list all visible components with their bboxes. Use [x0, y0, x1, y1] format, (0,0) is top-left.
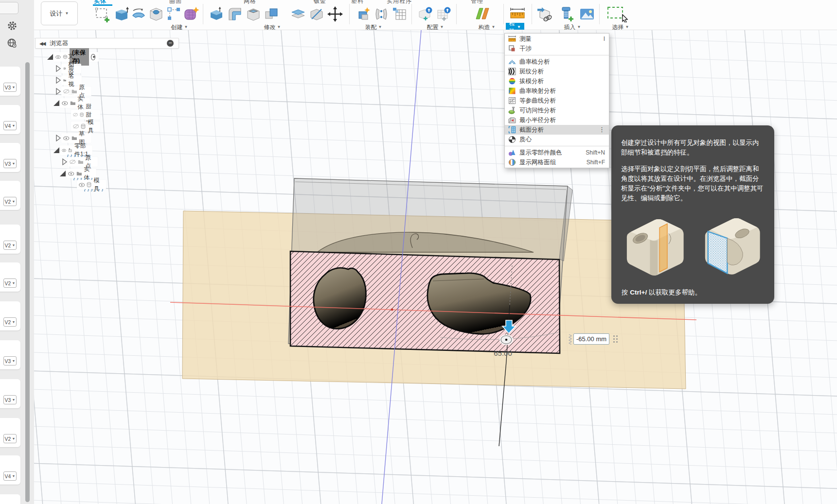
visibility-eye-icon[interactable] — [62, 148, 66, 153]
press-pull-icon[interactable] — [208, 6, 225, 22]
pattern-icon[interactable] — [166, 6, 182, 22]
version-card[interactable]: V4▼ — [0, 105, 20, 134]
overflow-dots-icon[interactable]: ⋮ — [599, 127, 605, 132]
version-card[interactable]: V3▼ — [0, 143, 20, 172]
select-group-label[interactable]: 选择▼ — [608, 23, 633, 30]
insert-canvas-icon[interactable] — [579, 6, 595, 22]
shell-icon[interactable] — [245, 6, 262, 22]
design-workspace-button[interactable]: 设计▼ — [41, 1, 78, 25]
vertical-scrollbar[interactable] — [25, 62, 30, 502]
browser-header[interactable]: ◀◀ 浏览器 − — [35, 38, 179, 49]
tree-row-named-views[interactable]: 命名视图 — [54, 75, 82, 85]
menu-item-draft[interactable]: 拔模分析 — [505, 76, 609, 86]
menu-item-minimum-radius[interactable]: 最小半径分析 — [505, 115, 609, 125]
menu-item-mesh-face-groups[interactable]: 显示网格面组 Shift+F — [505, 157, 609, 167]
menu-item-curvature-map[interactable]: 曲率映射分析 — [505, 86, 609, 96]
menu-item-accessibility[interactable]: 可访问性分析 — [505, 105, 609, 115]
hidden-eye-icon[interactable] — [70, 159, 76, 165]
menu-item-interference[interactable]: 干涉 — [505, 44, 609, 53]
version-badge[interactable]: V2▼ — [3, 317, 17, 327]
tree-row-mold-2[interactable]: 模具 — [77, 180, 106, 190]
collapsed-triangle-icon[interactable] — [54, 65, 61, 72]
tree-row-bodies[interactable]: 实体 — [53, 98, 90, 108]
create-sketch-icon[interactable] — [94, 6, 111, 22]
version-card[interactable]: V2▼ — [0, 262, 20, 292]
fillet-icon[interactable] — [227, 6, 243, 22]
construct-group-label[interactable]: 构造▼ — [474, 23, 499, 30]
hole-icon[interactable] — [148, 6, 164, 22]
menu-item-isocurve[interactable]: 等参曲线分析 — [505, 96, 609, 105]
menu-item-component-colors[interactable]: 显示零部件颜色 Shift+N — [505, 148, 609, 157]
combine-icon[interactable] — [264, 6, 280, 22]
extrude-icon[interactable] — [113, 6, 130, 22]
menu-item-zebra[interactable]: 斑纹分析 — [505, 67, 609, 76]
section-distance-input[interactable]: -65.00 mm — [573, 333, 609, 345]
configure-group-label[interactable]: 配置▼ — [423, 23, 448, 30]
create-group-label[interactable]: 创建▼ — [167, 23, 192, 30]
tree-row-bodies-2[interactable]: 实体 — [59, 169, 96, 178]
version-card[interactable]: V2▼ — [0, 301, 20, 330]
menu-item-curvature-comb[interactable]: 曲率梳分析 — [505, 57, 609, 67]
version-badge[interactable]: V2▼ — [3, 434, 17, 443]
menu-item-section-analysis[interactable]: 截面分析 ⋮ — [505, 125, 609, 135]
visibility-eye-icon[interactable] — [62, 101, 68, 106]
version-badge[interactable]: V3▼ — [3, 356, 17, 365]
collapsed-triangle-icon[interactable] — [54, 88, 61, 95]
version-card[interactable]: V2▼ — [0, 418, 20, 447]
visibility-eye-icon[interactable] — [68, 171, 74, 176]
assemble-group-label[interactable]: 装配▼ — [361, 23, 386, 30]
joint-icon[interactable] — [373, 6, 390, 22]
split-body-icon[interactable] — [308, 6, 325, 22]
configuration-icon[interactable] — [417, 6, 434, 22]
version-badge[interactable]: V2▼ — [3, 197, 17, 206]
active-component-radio[interactable] — [91, 54, 95, 60]
collapsed-triangle-icon[interactable] — [61, 158, 68, 165]
version-badge[interactable]: V2▼ — [3, 241, 17, 250]
configuration-table-icon[interactable] — [436, 6, 452, 22]
expanded-triangle-icon[interactable] — [47, 53, 53, 60]
inspect-group-label[interactable]: 检验▼ — [506, 23, 524, 30]
expanded-triangle-icon[interactable] — [59, 170, 66, 177]
version-card[interactable]: V3▼ — [0, 67, 20, 96]
expanded-triangle-icon[interactable] — [53, 147, 60, 154]
globe-icon[interactable] — [7, 38, 18, 49]
visibility-eye-icon[interactable] — [63, 136, 70, 141]
insert-group-label[interactable]: 插入▼ — [560, 23, 585, 30]
select-box-icon[interactable] — [606, 6, 629, 22]
construction-plane-icon[interactable] — [474, 6, 491, 22]
version-card[interactable]: V2▼ — [0, 225, 20, 254]
insert-fastener-icon[interactable] — [558, 6, 575, 22]
bom-table-icon[interactable] — [391, 6, 408, 22]
version-badge[interactable]: V3▼ — [3, 83, 17, 92]
version-card[interactable]: V3▼ — [0, 379, 20, 408]
hidden-eye-icon[interactable] — [73, 123, 79, 129]
input-grip-dots[interactable] — [613, 335, 618, 343]
collapse-panel-icon[interactable]: ◀◀ — [39, 41, 45, 46]
version-badge[interactable]: V2▼ — [3, 278, 17, 288]
visibility-eye-icon[interactable] — [79, 182, 85, 188]
offset-face-icon[interactable] — [290, 6, 306, 22]
visibility-eye-icon[interactable] — [55, 54, 61, 60]
version-card[interactable]: V4▼ — [0, 455, 20, 485]
collapsed-triangle-icon[interactable] — [54, 77, 61, 84]
modify-group-label[interactable]: 修改▼ — [260, 23, 285, 30]
revolve-icon[interactable] — [130, 6, 147, 22]
move-icon[interactable] — [327, 6, 343, 22]
hidden-eye-icon[interactable] — [73, 112, 78, 118]
expanded-triangle-icon[interactable] — [53, 100, 60, 106]
version-card[interactable] — [0, 494, 20, 504]
settings-gear-icon[interactable] — [7, 20, 18, 31]
version-badge[interactable]: V3▼ — [3, 159, 17, 168]
menu-item-center-of-mass[interactable]: 质心 — [505, 135, 609, 144]
tree-row-sketches[interactable]: 草图 — [54, 133, 91, 143]
version-badge[interactable]: V4▼ — [3, 121, 17, 130]
version-card[interactable]: V2▼ — [0, 181, 20, 210]
insert-mesh-icon[interactable] — [536, 6, 552, 22]
version-badge[interactable]: V4▼ — [3, 471, 17, 481]
version-card[interactable]: V3▼ — [0, 340, 20, 369]
panel-toggle-button[interactable] — [0, 2, 18, 14]
version-badge[interactable]: V3▼ — [3, 395, 17, 404]
new-component-icon[interactable] — [355, 6, 372, 22]
browser-options-icon[interactable]: − — [167, 40, 174, 47]
menu-item-measure[interactable]: 测量 I — [505, 34, 609, 44]
